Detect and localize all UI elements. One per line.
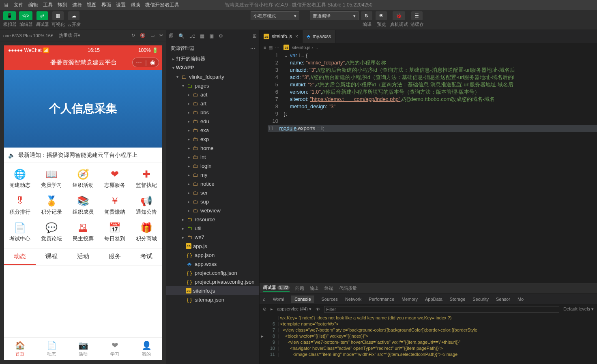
search-icon[interactable]: 🔍: [178, 33, 185, 39]
tree-item[interactable]: ▸🗀act: [166, 90, 259, 99]
grid-item[interactable]: 🌐党建动态: [4, 165, 36, 192]
tree-item[interactable]: ▸🗀resource: [166, 215, 259, 224]
bottom-nav-item[interactable]: 👤我的: [131, 338, 162, 360]
dt-subtab[interactable]: Storage: [450, 297, 466, 302]
tree-item[interactable]: ▸🗀ser: [166, 188, 259, 197]
content-tab[interactable]: 课程: [36, 248, 67, 265]
grid-item[interactable]: 📄考试中心: [4, 219, 36, 246]
bottom-nav-item[interactable]: ❤学习: [99, 338, 131, 360]
menu-item[interactable]: 视图: [84, 2, 99, 9]
grid-item[interactable]: ❤志愿服务: [99, 165, 131, 192]
close-icon[interactable]: ×: [295, 34, 298, 39]
dt-subtab[interactable]: Performance: [369, 297, 394, 302]
tree-item[interactable]: { }project.config.json: [166, 268, 259, 277]
simulator-button[interactable]: 📱: [3, 11, 16, 20]
menu-item[interactable]: 文件: [11, 2, 26, 9]
debugger-button[interactable]: ⇄: [37, 11, 48, 20]
tree-item[interactable]: { }sitemap.json: [166, 295, 259, 304]
open-editors[interactable]: ▸打开的编辑器: [166, 54, 259, 63]
cut-icon[interactable]: ✂: [159, 33, 163, 38]
mode-select[interactable]: 小程序模式▾: [251, 11, 299, 20]
bottom-nav-item[interactable]: 📷活动: [67, 338, 99, 360]
grid-item[interactable]: ✚监督执纪: [131, 165, 162, 192]
device-icon[interactable]: ▭: [150, 33, 155, 38]
tree-item[interactable]: ▸🗀exa: [166, 126, 259, 135]
tree-item[interactable]: ▸🗀util: [166, 224, 259, 233]
tree-item[interactable]: ▾🗀vlinke_fdcparty: [166, 72, 259, 81]
menu-item[interactable]: 微信开发者工具: [143, 2, 182, 9]
levels-select[interactable]: Default levels ▾: [563, 306, 594, 312]
capsule[interactable]: ⋯|◉: [132, 58, 159, 67]
bottom-nav-item[interactable]: 🏠首页: [4, 338, 36, 360]
stop-icon[interactable]: ⊘: [263, 306, 266, 312]
menu-item[interactable]: 目: [2, 2, 11, 9]
content-tab[interactable]: 活动: [67, 248, 99, 265]
grid-item[interactable]: 📢通知公告: [131, 192, 162, 219]
dt-subtab[interactable]: Wxml: [273, 297, 284, 302]
target-icon[interactable]: ◉: [150, 59, 155, 66]
cloud-button[interactable]: ☁: [68, 11, 79, 20]
tree-item[interactable]: ▸🗀edu: [166, 117, 259, 126]
menu-item[interactable]: 转到: [55, 2, 70, 9]
dt-subtab[interactable]: Console: [291, 295, 314, 303]
menu-item[interactable]: 界面: [99, 2, 114, 9]
dt-tab[interactable]: 问题: [295, 285, 304, 291]
dt-subtab[interactable]: Memory: [402, 297, 418, 302]
grid-item[interactable]: 🎁积分商城: [131, 219, 162, 246]
menu-item[interactable]: 选择: [70, 2, 84, 9]
tree-item[interactable]: JSapp.js: [166, 242, 259, 251]
grid-item[interactable]: 🗳民主投票: [67, 219, 99, 246]
remote-button[interactable]: 🐞: [393, 11, 405, 20]
dt-tab[interactable]: 输出: [310, 285, 319, 291]
new-icon[interactable]: ⊞: [253, 33, 257, 39]
dt-tab[interactable]: 调试器 1, 22: [263, 285, 290, 292]
console-output[interactable]: |wx.Key= {{index}} does not look like a …: [260, 314, 597, 364]
editor-tab[interactable]: ⬘my.wxss: [303, 30, 335, 43]
bottom-nav-item[interactable]: 📄动态: [36, 338, 67, 360]
compile-button[interactable]: ↻: [361, 11, 372, 20]
grid-item[interactable]: 💬党员论坛: [36, 219, 67, 246]
content-tab[interactable]: 考试: [131, 248, 162, 265]
menu-item[interactable]: 帮助: [128, 2, 143, 9]
menu-item[interactable]: 编辑: [26, 2, 41, 9]
tree-item[interactable]: ▸🗀exp: [166, 135, 259, 143]
dt-tab[interactable]: 终端: [324, 285, 333, 291]
dt-subtab[interactable]: Sources: [322, 297, 338, 302]
context-select[interactable]: appservice (#4) ▾: [277, 306, 311, 312]
dt-subtab[interactable]: Network: [345, 297, 361, 302]
eye-icon[interactable]: 👁: [316, 307, 320, 312]
banner[interactable]: 个人信息采集: [4, 70, 162, 148]
more-icon[interactable]: ⋯: [136, 59, 142, 66]
visual-button[interactable]: ▦: [52, 11, 64, 20]
more-icon[interactable]: ⋯: [250, 45, 255, 51]
refresh-icon[interactable]: ↻: [131, 33, 135, 38]
tree-item[interactable]: ▸🗀we7: [166, 233, 259, 242]
content-tab[interactable]: 动态: [4, 248, 36, 265]
tree-item[interactable]: ▾🗀pages: [166, 81, 259, 90]
ext3-icon[interactable]: ⚙: [219, 33, 223, 39]
mute-icon[interactable]: 🔇: [140, 33, 146, 38]
dt-subtab[interactable]: AppData: [425, 297, 442, 302]
breadcrumb[interactable]: siteinfo.js › ...: [292, 45, 318, 50]
clear-icon[interactable]: ▸: [271, 306, 273, 312]
branch-icon[interactable]: ⎇: [189, 33, 195, 39]
grid-item[interactable]: 📚组织成员: [67, 192, 99, 219]
menu-item[interactable]: 设置: [114, 2, 128, 9]
grid-item[interactable]: 📖党员学习: [36, 165, 67, 192]
compile-select[interactable]: 普通编译▾: [310, 11, 359, 20]
dt-subtab[interactable]: Security: [472, 297, 489, 302]
dt-tab[interactable]: 代码质量: [339, 285, 357, 291]
tree-item[interactable]: ▸🗀int: [166, 152, 259, 161]
editor-tab[interactable]: JSsiteinfo.js×: [260, 30, 303, 43]
tree-item[interactable]: ⬘app.wxss: [166, 259, 259, 268]
tree-item[interactable]: ▸🗀sup: [166, 197, 259, 206]
tree-item[interactable]: ▸🗀art: [166, 99, 259, 108]
dt-subtab[interactable]: Sensor: [496, 297, 510, 302]
ext-icon[interactable]: ▦: [200, 33, 204, 39]
dt-home-icon[interactable]: ⌂: [263, 297, 266, 302]
editor-button[interactable]: </>: [19, 11, 32, 20]
dt-subtab[interactable]: Mo: [518, 297, 524, 302]
files-icon[interactable]: 🗐: [169, 33, 174, 39]
tree-item[interactable]: { }project.private.config.json: [166, 277, 259, 286]
device-label[interactable]: one 6/7/8 Plus 100% 16: [3, 33, 51, 38]
